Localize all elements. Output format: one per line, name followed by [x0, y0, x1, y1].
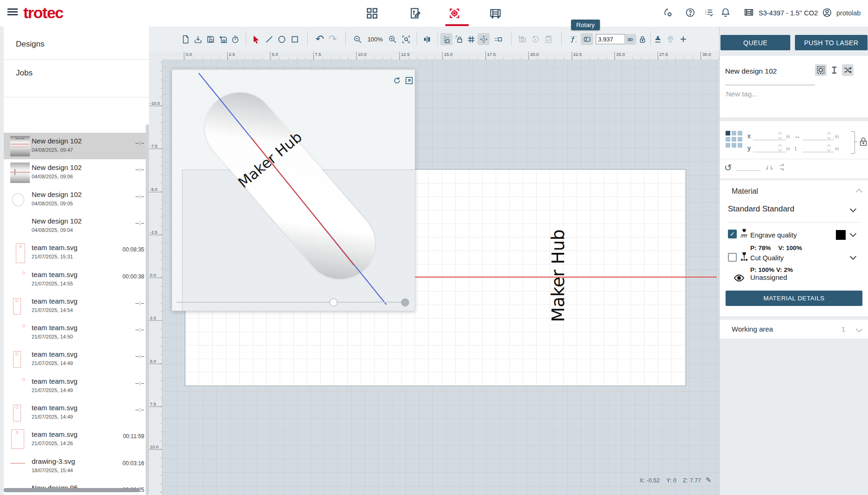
import-file-button[interactable] — [192, 33, 204, 45]
grid-toggle[interactable] — [465, 33, 477, 45]
designs-section-header[interactable]: Designs — [16, 40, 44, 49]
nav-prepare-icon[interactable] — [447, 6, 462, 20]
slider-track[interactable] — [176, 302, 405, 303]
help-icon[interactable] — [684, 7, 696, 19]
material-select[interactable]: Standard Standard — [728, 204, 794, 214]
lock-proportions-button[interactable] — [636, 33, 648, 45]
machine-icon[interactable] — [743, 7, 755, 19]
material-select-chevron-icon[interactable] — [850, 206, 856, 212]
focus-tool-button[interactable] — [652, 33, 664, 45]
job-list-item[interactable]: drawing-3.svg18/07/2025, 15:4400:03:16 — [4, 453, 149, 480]
zoom-to-area-button[interactable] — [400, 33, 412, 45]
engrave-color-swatch[interactable] — [836, 230, 846, 240]
working-area-card[interactable]: Working area 1 — [720, 320, 868, 339]
rotation-input[interactable] — [736, 163, 760, 171]
snap-lock-toggle[interactable] — [453, 33, 465, 45]
job-checklist-button[interactable] — [542, 33, 554, 45]
job-list-item[interactable]: team team.svg21/07/2025, 14:49--:-- — [4, 400, 149, 426]
task-list-icon[interactable] — [703, 7, 715, 19]
user-avatar-icon[interactable] — [821, 7, 833, 19]
save-as-new-button[interactable] — [217, 33, 229, 45]
rotary-toggle[interactable] — [581, 33, 593, 45]
job-list-item[interactable]: team team.svg21/07/2025, 14:5500:00:38 — [4, 266, 149, 293]
camera-capture-button[interactable] — [516, 33, 528, 45]
engrave-expand-chevron-icon[interactable] — [850, 231, 856, 237]
rotary-3d-view-toggle[interactable]: 3D — [624, 34, 636, 45]
job-list-item[interactable]: New design 10204/08/2025, 09:04--:-- — [4, 213, 149, 239]
hamburger-menu-icon[interactable] — [7, 8, 18, 16]
job-list-item[interactable]: team team.svg21/07/2025, 14:50--:-- — [4, 319, 149, 346]
unassigned-visibility-eye-icon[interactable] — [733, 274, 745, 282]
push-to-laser-button[interactable]: PUSH TO LASER — [795, 35, 868, 50]
user-name-label[interactable]: protolab — [836, 9, 861, 17]
collapse-material-chevron-icon[interactable] — [856, 189, 862, 195]
flip-vertical-icon[interactable] — [776, 162, 787, 171]
nudge-move-toggle[interactable] — [478, 33, 490, 45]
add-element-button[interactable]: + — [677, 33, 689, 45]
working-area-chevron-icon[interactable] — [856, 326, 862, 332]
edit-position-pencil-icon[interactable]: ✎ — [706, 476, 712, 484]
new-file-button[interactable] — [179, 33, 191, 45]
anchor-point-grid[interactable] — [726, 131, 743, 149]
job-list-item[interactable]: team team.svg21/07/2025, 14:49--:-- — [4, 346, 149, 373]
position-marker-button[interactable] — [664, 33, 676, 45]
job-list-item[interactable]: New design 10204/08/2025, 09:05--:-- — [4, 186, 149, 213]
line-tool[interactable] — [263, 33, 275, 45]
job-list-item[interactable]: New design 9518/07/2025, 15:0400:02:25 — [4, 480, 149, 495]
x-spinner[interactable] — [778, 132, 782, 139]
redo-button[interactable]: ↷ — [327, 33, 339, 45]
unassigned-label[interactable]: Unassigned — [750, 273, 787, 281]
design-text-object[interactable]: Maker Hub — [548, 229, 568, 322]
sidebar-vertical-scrollbar[interactable] — [146, 124, 149, 495]
select-all-objects-icon[interactable] — [815, 64, 827, 76]
engrave-quality-checkbox[interactable]: ✓ — [728, 230, 737, 238]
ellipse-tool[interactable] — [276, 33, 288, 45]
rotary-diameter-input[interactable] — [596, 34, 625, 44]
job-list-item[interactable]: team team.svg21/07/2025, 14:54--:-- — [4, 293, 149, 319]
expand-preview-icon[interactable] — [405, 76, 413, 85]
job-list-item[interactable]: team team.svg21/07/2025, 14:2600:11:59 — [4, 426, 149, 453]
zoom-level-label[interactable]: 100% — [367, 33, 383, 45]
slider-handle-right[interactable] — [401, 298, 409, 306]
nav-produce-icon[interactable] — [488, 6, 503, 20]
rectangle-tool[interactable] — [289, 33, 301, 45]
job-time-button[interactable] — [229, 33, 241, 45]
shuffle-order-icon[interactable] — [842, 64, 854, 76]
cut-expand-chevron-icon[interactable] — [850, 253, 856, 260]
software-update-icon[interactable] — [662, 7, 674, 19]
reset-rotation-button[interactable] — [529, 33, 541, 45]
select-tool[interactable] — [250, 33, 262, 45]
rotate-preview-icon[interactable] — [393, 76, 401, 85]
engrave-quality-label[interactable]: Engrave quality — [750, 231, 797, 239]
save-button[interactable] — [204, 33, 216, 45]
zoom-in-button[interactable] — [386, 33, 398, 45]
width-spinner[interactable] — [827, 132, 831, 139]
cut-quality-checkbox[interactable] — [728, 253, 737, 262]
jobs-section-header[interactable]: Jobs — [16, 68, 33, 78]
slider-handle-left[interactable] — [330, 298, 337, 306]
machine-name-label[interactable]: S3-4397 - 1.5'' CO2 — [759, 9, 818, 17]
cut-quality-label[interactable]: Cut Quality — [750, 254, 784, 262]
snap-to-ruler-toggle[interactable] — [440, 33, 452, 45]
job-list-item[interactable]: team team.svg21/07/2025, 15:3100:08:35 — [4, 239, 149, 266]
job-list-item[interactable]: team team.svg21/07/2025, 14:49--:-- — [4, 373, 149, 400]
align-objects-button[interactable] — [421, 33, 433, 45]
distort-text-tool[interactable] — [567, 33, 579, 45]
rotary-preview-panel[interactable]: Maker Hub — [172, 69, 415, 311]
flip-horizontal-icon[interactable] — [764, 162, 774, 171]
nav-design-icon[interactable] — [407, 6, 422, 20]
material-details-button[interactable]: MATERIAL DETAILS — [726, 291, 862, 306]
job-list-item[interactable]: New design 10204/08/2025, 09:06--:-- — [4, 159, 149, 186]
aspect-lock-icon[interactable] — [858, 136, 868, 148]
undo-button[interactable]: ↶ — [314, 33, 326, 45]
sidebar-horizontal-scrollbar[interactable] — [4, 488, 140, 492]
height-spinner[interactable] — [827, 144, 831, 151]
tag-input[interactable] — [725, 89, 815, 98]
text-cursor-icon[interactable] — [828, 64, 840, 76]
zoom-out-button[interactable] — [351, 33, 363, 45]
notifications-bell-icon[interactable] — [720, 7, 732, 19]
y-spinner[interactable] — [778, 144, 782, 151]
job-name-field[interactable]: New design 102 — [725, 67, 777, 75]
queue-button[interactable]: QUEUE — [720, 35, 790, 50]
snap-to-objects-toggle[interactable] — [492, 33, 504, 45]
